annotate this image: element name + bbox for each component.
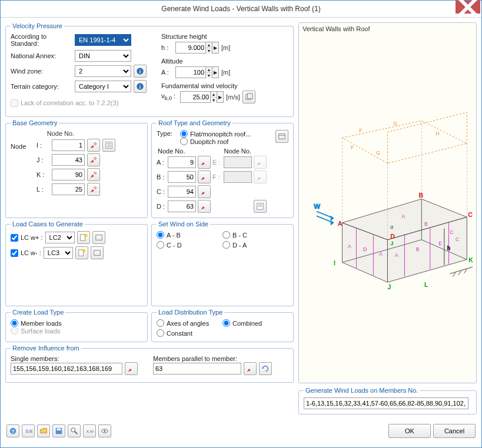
pick-node-I-button[interactable] — [87, 139, 100, 152]
select-annex[interactable]: DIN — [75, 50, 131, 62]
spinner-altitude[interactable]: ▲▼ ▶ — [175, 66, 219, 78]
spin-up-icon[interactable]: ▲ — [211, 92, 217, 98]
radio-member-loads[interactable]: Member loads — [11, 319, 142, 327]
units-button[interactable]: 0.00 — [22, 424, 35, 437]
window-title: Generate Wind Loads - Vertical Walls wit… — [1, 5, 481, 13]
unit-vb0: [m/s] — [226, 93, 240, 101]
radio-wind-bc[interactable]: B - C — [222, 231, 288, 239]
input-node-I[interactable] — [52, 139, 85, 151]
symbol-E: E : — [212, 159, 222, 166]
radio-axes[interactable]: Axes of angles — [157, 319, 222, 327]
spin-up-icon[interactable]: ▲ — [206, 67, 212, 73]
pick-vb0-button[interactable] — [242, 91, 255, 103]
info-wind-zone-button[interactable]: i — [134, 65, 147, 78]
edit-lc-wm-button[interactable] — [91, 246, 104, 259]
save-button[interactable] — [52, 424, 65, 437]
pick-single-members-button[interactable] — [125, 362, 138, 375]
input-node-J[interactable] — [52, 154, 85, 166]
radio-combined[interactable]: Combined — [222, 319, 288, 327]
svg-text:H: H — [436, 131, 439, 136]
label-wind-cd: C - D — [167, 242, 182, 249]
view-button[interactable] — [98, 424, 111, 437]
input-altitude[interactable] — [176, 67, 205, 78]
input-single-members[interactable] — [11, 363, 122, 375]
symbol-B: B : — [157, 173, 166, 180]
spinner-vb0[interactable]: ▲▼ ▶ — [180, 91, 224, 103]
select-wind-zone[interactable]: 2 — [75, 65, 131, 77]
new-lc-wm-button[interactable] — [75, 246, 88, 259]
close-button[interactable] — [456, 1, 480, 14]
input-parallel-members[interactable] — [153, 363, 241, 375]
radio-wind-ab[interactable]: A - B — [157, 231, 222, 239]
svg-text:A: A — [395, 252, 398, 258]
input-roof-B[interactable] — [168, 171, 196, 183]
clear-parallel-button[interactable] — [259, 362, 272, 375]
svg-text:B: B — [416, 246, 420, 252]
select-lc-wp[interactable]: LC2 — [45, 232, 75, 243]
svg-point-12 — [94, 172, 97, 175]
pick-roof-B-button[interactable] — [198, 170, 211, 183]
svg-rect-14 — [279, 134, 285, 139]
spin-step-icon[interactable]: ▶ — [212, 42, 218, 53]
label-annex: National Annex: — [11, 52, 72, 59]
checkbox-lc-wp[interactable]: LC w+ : — [11, 234, 43, 242]
zoom-button[interactable] — [68, 424, 81, 437]
pick-node-L-button[interactable] — [87, 183, 100, 196]
spin-up-icon[interactable]: ▲ — [206, 42, 212, 48]
precision-button[interactable]: X.XX — [83, 424, 96, 437]
radio-wind-da[interactable]: D - A — [222, 241, 288, 249]
svg-text:B: B — [424, 221, 428, 227]
svg-text:A: A — [379, 251, 383, 257]
spin-down-icon[interactable]: ▼ — [211, 98, 217, 103]
open-button[interactable] — [37, 424, 50, 437]
svg-text:B: B — [418, 192, 423, 199]
pick-node-K-button[interactable] — [87, 168, 100, 181]
list-node-I-button[interactable] — [102, 139, 115, 152]
svg-text:J: J — [390, 240, 393, 246]
spin-down-icon[interactable]: ▼ — [206, 73, 212, 78]
select-terrain[interactable]: Category I — [75, 81, 131, 92]
label-fund-velocity: Fundamental wind velocity — [161, 82, 255, 89]
svg-text:C: C — [468, 211, 473, 218]
input-vb0[interactable] — [181, 92, 210, 102]
pick-roof-A-button[interactable] — [198, 156, 211, 169]
input-node-K[interactable] — [52, 169, 85, 180]
input-roof-D[interactable] — [168, 200, 196, 212]
input-roof-C[interactable] — [168, 186, 196, 198]
spinner-height[interactable]: ▲▼ ▶ — [175, 42, 219, 54]
group-create-load-type: Create Load Type Member loads Surface lo… — [5, 309, 148, 342]
svg-line-63 — [464, 269, 467, 273]
input-height[interactable] — [176, 42, 205, 53]
spin-step-icon[interactable]: ▶ — [212, 67, 218, 78]
svg-text:A: A — [402, 213, 405, 219]
svg-text:W: W — [314, 203, 320, 210]
input-roof-A[interactable] — [168, 156, 196, 168]
spin-down-icon[interactable]: ▼ — [206, 48, 212, 54]
checkbox-lc-wm[interactable]: LC w- : — [11, 249, 41, 257]
info-terrain-button[interactable]: i — [134, 80, 147, 93]
spin-step-icon[interactable]: ▶ — [217, 92, 223, 102]
new-lc-wp-button[interactable] — [77, 231, 90, 244]
pick-parallel-members-button[interactable] — [244, 362, 257, 375]
pick-node-J-button[interactable] — [87, 153, 100, 166]
input-generate-members[interactable] — [304, 397, 468, 409]
radio-flat-roof[interactable]: Flat/monopitch roof... — [180, 130, 272, 138]
pick-roof-D-button[interactable] — [198, 200, 211, 213]
legend-load-distribution: Load Distribution Type — [157, 309, 224, 316]
radio-duopitch[interactable]: Duopitch roof — [180, 138, 272, 145]
select-standard[interactable]: EN 1991-1-4 — [75, 34, 131, 46]
pick-roof-C-button[interactable] — [198, 185, 211, 198]
help-button[interactable]: ? — [6, 424, 19, 437]
edit-lc-wp-button[interactable] — [92, 231, 105, 244]
roof-settings-button[interactable] — [275, 130, 288, 143]
roof-list-button[interactable] — [254, 200, 267, 213]
radio-constant[interactable]: Constant — [157, 329, 222, 337]
legend-base-geometry: Base Geometry — [11, 119, 59, 126]
select-lc-wm[interactable]: LC3 — [44, 247, 73, 259]
cancel-button[interactable]: Cancel — [433, 424, 476, 438]
input-node-L[interactable] — [52, 183, 85, 195]
checkbox-lack-correlation-input[interactable] — [11, 99, 18, 107]
checkbox-lack-correlation[interactable]: Lack of correlation acc. to 7.2.2(3) — [11, 96, 152, 109]
ok-button[interactable]: OK — [388, 424, 431, 438]
radio-wind-cd[interactable]: C - D — [157, 241, 222, 249]
